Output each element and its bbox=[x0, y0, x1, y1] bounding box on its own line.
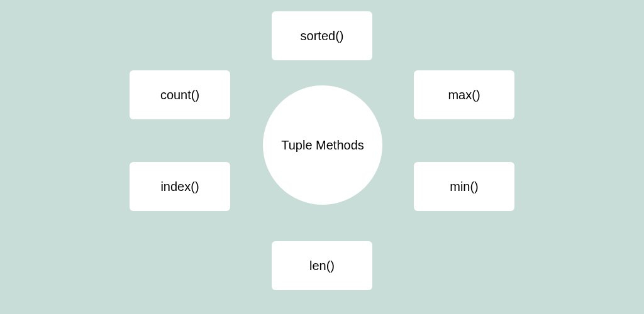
center-concept-circle: Tuple Methods bbox=[263, 85, 382, 205]
method-box-index: index() bbox=[130, 162, 230, 211]
method-label: max() bbox=[448, 88, 480, 102]
method-box-sorted: sorted() bbox=[272, 11, 372, 60]
method-box-len: len() bbox=[272, 241, 372, 290]
method-label: len() bbox=[309, 259, 335, 273]
method-label: index() bbox=[160, 180, 199, 194]
method-box-count: count() bbox=[130, 70, 230, 119]
method-box-max: max() bbox=[414, 70, 514, 119]
center-label: Tuple Methods bbox=[281, 138, 364, 153]
method-label: count() bbox=[160, 88, 199, 102]
method-box-min: min() bbox=[414, 162, 514, 211]
method-label: min() bbox=[450, 180, 479, 194]
method-label: sorted() bbox=[301, 29, 344, 43]
